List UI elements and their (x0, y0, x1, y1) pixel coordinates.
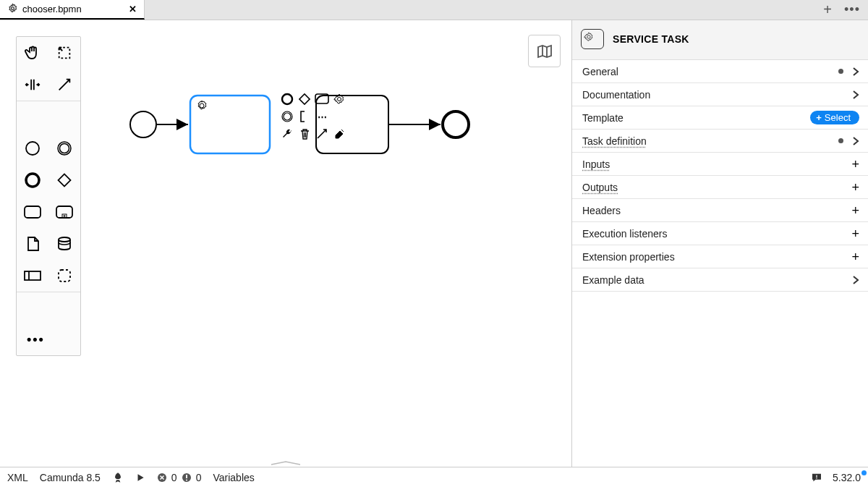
warning-icon (182, 473, 192, 483)
prop-section-headers[interactable]: Headers + (572, 199, 868, 222)
context-pad: ⋯ (279, 91, 347, 142)
prop-label: Example data (582, 274, 852, 286)
version-label[interactable]: 5.32.0 (833, 472, 861, 483)
context-more[interactable]: ⋯ (314, 109, 330, 124)
variables-button[interactable]: Variables (213, 472, 254, 483)
pool-icon (23, 268, 42, 283)
svg-point-20 (587, 35, 590, 38)
status-bar: XML Camunda 8.5 0 0 Variables 5.32.0 (0, 467, 868, 487)
svg-rect-15 (299, 94, 310, 104)
problems-warnings[interactable]: 0 (182, 472, 202, 483)
add-icon[interactable]: + (851, 204, 859, 217)
create-group[interactable] (48, 260, 80, 292)
svg-point-19 (284, 113, 291, 120)
feedback-button[interactable] (811, 472, 822, 483)
task-icon (315, 93, 329, 105)
feedback-icon (811, 472, 822, 483)
svg-rect-25 (816, 478, 817, 478)
template-select-button[interactable]: + Select (810, 111, 859, 124)
svg-point-23 (186, 479, 187, 480)
end-event[interactable] (443, 111, 469, 137)
svg-point-17 (338, 98, 341, 101)
chevron-right-icon (852, 275, 859, 285)
map-icon (536, 43, 553, 59)
delete-element[interactable] (297, 126, 312, 142)
run-button[interactable] (135, 473, 145, 483)
tab-file[interactable]: chooser.bpmn ✕ (0, 0, 145, 20)
svg-rect-12 (59, 270, 70, 281)
prop-section-inputs[interactable]: Inputs + (572, 153, 868, 176)
add-icon[interactable]: + (851, 181, 859, 194)
svg-rect-24 (816, 475, 817, 477)
more-icon: ••• (27, 332, 45, 347)
group-icon (56, 268, 72, 284)
service-task-selected[interactable] (190, 96, 270, 153)
prop-label: Template (582, 112, 810, 124)
rocket-icon (112, 472, 124, 483)
circle-double-icon (281, 110, 294, 123)
prop-section-example-data[interactable]: Example data (572, 268, 868, 292)
prop-label: Headers (582, 205, 851, 216)
minimap-toggle[interactable] (528, 35, 561, 67)
more-icon: ⋯ (318, 111, 327, 122)
diamond-icon (298, 93, 311, 106)
palette-separator2 (17, 292, 80, 292)
error-icon (157, 473, 167, 483)
prop-section-task-definition[interactable]: Task definition (572, 130, 868, 153)
properties-title: SERVICE TASK (613, 33, 689, 45)
append-intermediate-event[interactable] (279, 109, 295, 124)
element-type-icon (581, 29, 604, 49)
prop-label: Execution listeners (582, 228, 851, 240)
start-event[interactable] (130, 111, 156, 137)
prop-section-template[interactable]: Template + Select (572, 106, 868, 130)
chevron-right-icon (852, 67, 859, 77)
version-text: 5.32.0 (833, 472, 861, 483)
modified-dot-icon (838, 69, 843, 74)
palette-more[interactable]: ••• (17, 323, 80, 355)
problems-errors[interactable]: 0 (157, 472, 177, 483)
append-text-annotation[interactable] (297, 109, 312, 124)
add-icon[interactable]: + (851, 250, 859, 263)
gear-icon (584, 32, 594, 42)
engine-label[interactable]: Camunda 8.5 (40, 472, 101, 483)
prop-label: Documentation (582, 89, 852, 101)
add-icon[interactable]: + (851, 227, 859, 240)
create-pool[interactable] (17, 260, 48, 292)
svg-point-14 (282, 94, 292, 104)
gear-icon (7, 3, 18, 16)
add-tab-button[interactable]: + (817, 0, 838, 20)
chevron-right-icon (852, 136, 859, 146)
resize-handle[interactable] (264, 460, 307, 466)
prop-label: Outputs (582, 182, 851, 193)
append-end-event[interactable] (279, 91, 295, 107)
canvas[interactable]: ••• (0, 20, 571, 467)
properties-header: SERVICE TASK (572, 20, 868, 60)
change-type[interactable] (279, 126, 295, 142)
svg-point-10 (59, 237, 70, 242)
connect-arrow[interactable] (314, 126, 330, 142)
tab-filename: chooser.bpmn (22, 4, 82, 14)
append-task[interactable] (314, 91, 330, 107)
prop-section-extension-properties[interactable]: Extension properties + (572, 245, 868, 268)
prop-label: Inputs (582, 158, 851, 170)
plus-icon: + (823, 1, 832, 18)
more-menu-button[interactable]: ••• (842, 0, 862, 20)
arrow-icon (316, 128, 328, 140)
replace-service-task[interactable] (331, 91, 347, 107)
circle-thick-icon (281, 93, 294, 106)
gear-icon (333, 93, 345, 105)
add-icon[interactable]: + (851, 158, 859, 171)
deploy-button[interactable] (112, 472, 124, 483)
append-gateway[interactable] (297, 91, 312, 107)
prop-section-documentation[interactable]: Documentation (572, 83, 868, 106)
properties-panel: SERVICE TASK General Documentation Templ… (571, 20, 868, 467)
prop-section-general[interactable]: General (572, 60, 868, 83)
set-color[interactable] (331, 126, 347, 142)
xml-toggle[interactable]: XML (7, 472, 28, 483)
update-dot-icon (861, 470, 867, 475)
main-area: ••• (0, 20, 868, 467)
prop-section-execution-listeners[interactable]: Execution listeners + (572, 222, 868, 245)
close-icon[interactable]: ✕ (129, 4, 137, 14)
error-count: 0 (171, 472, 177, 483)
prop-section-outputs[interactable]: Outputs + (572, 176, 868, 199)
